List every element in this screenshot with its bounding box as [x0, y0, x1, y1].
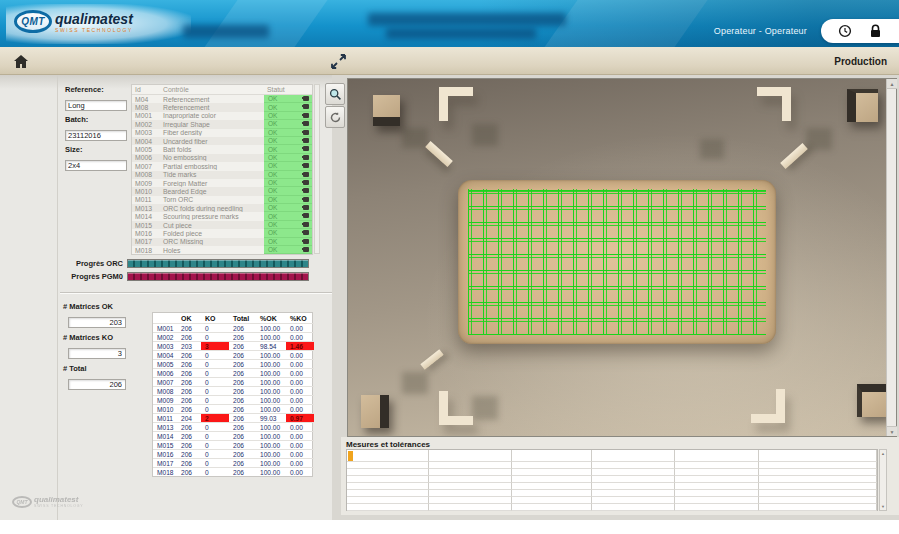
camera-icon[interactable] [303, 130, 309, 135]
control-id: M010 [132, 188, 160, 195]
control-row[interactable]: M018 Holes OK [132, 246, 312, 254]
measures-scrollbar[interactable]: ▲ ▼ [879, 449, 887, 511]
control-name: Batt folds [160, 146, 264, 153]
control-status-badge: OK [264, 154, 312, 162]
inspection-photo[interactable] [348, 79, 887, 436]
control-row[interactable]: M008 Tide marks OK [132, 171, 312, 179]
camera-icon[interactable] [303, 96, 309, 101]
stat-ok: 206 [177, 368, 201, 377]
control-status-badge: OK [264, 204, 312, 212]
control-row[interactable]: M017 ORC Missing OK [132, 238, 312, 246]
stats-row: M009 206 0 206 100.00 0.00 [153, 395, 312, 404]
control-row[interactable]: M001 Inapropriate color OK [132, 112, 312, 120]
measure-cell [675, 476, 759, 483]
control-row[interactable]: M002 Irregular Shape OK [132, 120, 312, 128]
control-row[interactable]: M006 No embossing OK [132, 154, 312, 162]
stat-total: 206 [229, 431, 256, 440]
rotate-tool-button[interactable] [325, 106, 345, 128]
camera-icon[interactable] [303, 239, 309, 244]
camera-icon[interactable] [303, 146, 309, 151]
counter-input[interactable] [68, 348, 126, 359]
stats-row: M001 206 0 206 100.00 0.00 [153, 323, 312, 332]
camera-icon[interactable] [303, 230, 309, 235]
control-status-badge: OK [264, 129, 312, 137]
stat-id: M005 [153, 359, 177, 368]
camera-icon[interactable] [303, 163, 309, 168]
control-status-badge: OK [264, 120, 312, 128]
camera-icon[interactable] [303, 104, 309, 109]
controls-scrollbar[interactable] [314, 84, 320, 254]
control-status-text: OK [268, 238, 277, 245]
camera-icon[interactable] [303, 121, 309, 126]
control-row[interactable]: M04 Referencement OK [132, 95, 312, 103]
stat-pko: 0.00 [286, 440, 314, 449]
qmt-logo-oval: QMT [14, 10, 52, 33]
lock-icon[interactable] [867, 23, 883, 39]
stat-ok: 206 [177, 431, 201, 440]
camera-icon[interactable] [303, 172, 309, 177]
expand-view-button[interactable] [326, 50, 350, 73]
scroll-down-arrow[interactable]: ▼ [887, 426, 897, 436]
stat-id: M008 [153, 386, 177, 395]
camera-icon[interactable] [303, 213, 309, 218]
stat-pok: 100.00 [256, 431, 286, 440]
user-role-label: Operateur - Operateur [714, 26, 807, 36]
control-status-badge: OK [264, 171, 312, 179]
image-vertical-scrollbar[interactable]: ▲ ▼ [886, 79, 896, 436]
measure-cell [347, 490, 429, 497]
form-field: Batch: [65, 115, 129, 142]
scroll-up-arrow[interactable]: ▲ [880, 450, 886, 457]
camera-icon[interactable] [303, 113, 309, 118]
camera-icon[interactable] [303, 247, 309, 252]
stat-pko: 1.46 [286, 341, 314, 350]
stat-ok: 206 [177, 395, 201, 404]
counter-input[interactable] [68, 317, 126, 328]
camera-icon[interactable] [303, 188, 309, 193]
control-row[interactable]: M007 Partial embossing OK [132, 162, 312, 170]
camera-icon[interactable] [303, 155, 309, 160]
scroll-up-arrow[interactable]: ▲ [887, 79, 897, 89]
control-row[interactable]: M003 Fiber density OK [132, 129, 312, 137]
stats-row: M014 206 0 206 100.00 0.00 [153, 431, 312, 440]
stat-ok: 206 [177, 404, 201, 413]
clock-icon[interactable] [837, 23, 853, 39]
control-name: Inapropriate color [160, 112, 264, 119]
control-row[interactable]: M015 Cut piece OK [132, 221, 312, 229]
control-row[interactable]: M014 Scouring pressure marks OK [132, 212, 312, 220]
zoom-tool-button[interactable] [325, 83, 345, 105]
control-status-text: OK [268, 204, 277, 211]
field-input[interactable] [65, 160, 127, 171]
camera-icon[interactable] [303, 138, 309, 143]
stats-row: M011 204 2 206 99.03 0.97 [153, 413, 312, 422]
control-row[interactable]: M08 Referencement OK [132, 103, 312, 111]
stat-total: 206 [229, 377, 256, 386]
control-row[interactable]: M005 Batt folds OK [132, 145, 312, 153]
camera-icon[interactable] [303, 197, 309, 202]
field-input[interactable] [65, 100, 127, 111]
camera-icon[interactable] [303, 205, 309, 210]
scroll-down-arrow[interactable]: ▼ [880, 503, 886, 510]
control-id: M014 [132, 213, 160, 220]
stats-row: M015 206 0 206 100.00 0.00 [153, 440, 312, 449]
redacted-title-line1 [368, 13, 566, 26]
control-row[interactable]: M011 Torn ORC OK [132, 196, 312, 204]
control-row[interactable]: M013 ORC folds during needling OK [132, 204, 312, 212]
stat-ko: 0 [201, 467, 229, 476]
control-row[interactable]: M009 Foreign Matter OK [132, 179, 312, 187]
control-name: ORC Missing [160, 238, 264, 245]
control-row[interactable]: M016 Folded piece OK [132, 229, 312, 237]
measure-cell [512, 483, 592, 490]
control-status-badge: OK [264, 179, 312, 187]
stat-pko: 0.00 [286, 458, 314, 467]
stat-ko: 0 [201, 422, 229, 431]
stat-id: M014 [153, 431, 177, 440]
home-button[interactable] [9, 50, 33, 72]
field-input[interactable] [65, 130, 127, 141]
camera-icon[interactable] [303, 222, 309, 227]
control-row[interactable]: M010 Bearded Edge OK [132, 187, 312, 195]
camera-icon[interactable] [303, 180, 309, 185]
stat-id: M006 [153, 368, 177, 377]
control-row[interactable]: M004 Uncarded fiber OK [132, 137, 312, 145]
sidebar-divider [57, 75, 58, 520]
counter-input[interactable] [68, 379, 126, 390]
